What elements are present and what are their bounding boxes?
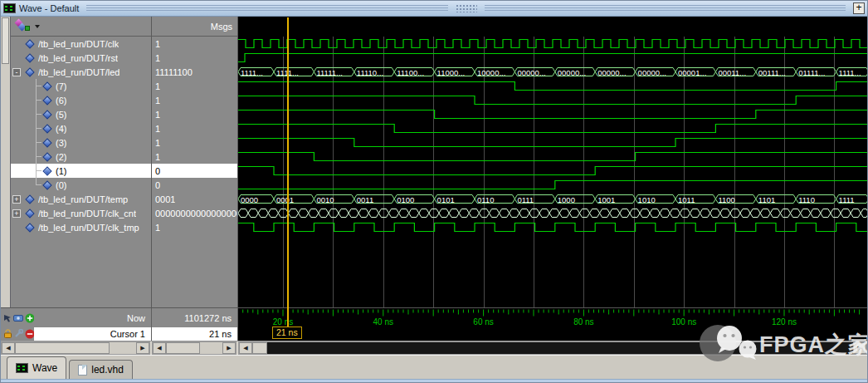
signal-values-panel: Msgs 11111111001111110000010000000000000… (152, 17, 238, 307)
timeline-ruler[interactable]: 20 ns40 ns60 ns80 ns100 ns120 ns (238, 308, 867, 327)
signal-value: 1 (155, 96, 160, 106)
signal-name: (2) (56, 152, 66, 162)
cursor-time-label[interactable]: 21 ns (272, 327, 302, 339)
edit-mode-icon[interactable] (3, 313, 12, 322)
scroll-right-icon[interactable]: ▶ (222, 342, 236, 354)
tree-hscrollbar[interactable]: ◀ ▶ (1, 341, 150, 355)
scrollbar-thumb[interactable] (2, 17, 9, 64)
signal-value-row-3[interactable]: 1 (152, 79, 237, 93)
tab-wave[interactable]: Wave (7, 356, 66, 379)
signal-value-row-5[interactable]: 1 (152, 107, 237, 121)
waveform-row-0[interactable] (238, 37, 867, 51)
signal-row-13[interactable]: /tb_led_run/DUT/clk_tmp (11, 220, 151, 234)
wrench-icon[interactable] (13, 329, 22, 339)
signal-row-8[interactable]: (2) (11, 150, 151, 164)
waveform-row-4[interactable] (238, 93, 867, 107)
titlebar-grip[interactable] (456, 4, 477, 12)
signal-name: /tb_led_run/DUT/led (38, 67, 119, 77)
waveform-panel[interactable]: 1111...1111...11111...11110...11100...11… (238, 17, 867, 307)
svg-text:00000...: 00000... (597, 68, 626, 77)
signal-row-0[interactable]: /tb_led_run/DUT/clk (11, 37, 151, 51)
scrollbar-thumb[interactable] (252, 342, 267, 354)
svg-text:00000...: 00000... (558, 68, 586, 77)
signal-value-row-7[interactable]: 1 (152, 135, 237, 150)
waveform-row-1[interactable] (238, 51, 867, 65)
signal-value-row-9[interactable]: 0 (152, 164, 237, 178)
titlebar[interactable]: Wave - Default + (1, 1, 867, 17)
waveform-row-8[interactable] (238, 150, 867, 164)
chevron-down-icon[interactable] (35, 25, 40, 28)
signal-name: (5) (56, 110, 66, 120)
tree-branch (31, 107, 42, 121)
waveform-row-9[interactable] (238, 164, 867, 178)
titlebar-lines (485, 5, 846, 12)
signal-group-icon[interactable] (14, 19, 32, 33)
tree-vertical-scrollbar[interactable] (1, 17, 11, 307)
signal-row-12[interactable]: +/tb_led_run/DUT/clk_cnt (11, 206, 151, 220)
scrollbar-thumb[interactable] (166, 342, 200, 354)
signal-diamond-icon (42, 180, 51, 189)
svg-text:60 ns: 60 ns (473, 317, 493, 327)
svg-text:1100: 1100 (718, 195, 734, 204)
tab-led-vhd[interactable]: led.vhd (69, 360, 133, 379)
snapshot-icon[interactable] (13, 314, 22, 322)
delete-cursor-icon[interactable] (25, 329, 34, 339)
signal-value-row-2[interactable]: 11111100 (152, 65, 237, 79)
timeline-cursor[interactable] (287, 17, 289, 328)
wave-hscrollbar[interactable]: ◀ ▶ (238, 341, 867, 355)
cursor-track[interactable] (238, 327, 867, 341)
waveform-row-3[interactable] (238, 79, 867, 93)
signal-row-3[interactable]: (7) (11, 79, 151, 93)
scroll-left-icon[interactable]: ◀ (239, 342, 252, 354)
scroll-right-icon[interactable]: ▶ (136, 342, 149, 354)
waveform-row-2[interactable]: 1111...1111...11111...11110...11100...11… (238, 65, 867, 79)
waveform-row-13[interactable] (238, 220, 867, 234)
signal-value-row-10[interactable]: 0 (152, 178, 237, 192)
scroll-right-icon[interactable]: ▶ (853, 342, 866, 354)
waveform-row-11[interactable]: 0000000100100011010001010110011110001001… (238, 192, 867, 206)
waveform-row-12[interactable] (238, 206, 867, 220)
waveform-row-10[interactable] (238, 178, 867, 192)
signal-row-7[interactable]: (3) (11, 135, 151, 150)
signal-row-11[interactable]: +/tb_led_run/DUT/temp (11, 192, 151, 206)
waveform-row-6[interactable] (238, 121, 867, 135)
signal-value-row-6[interactable]: 1 (152, 121, 237, 135)
waveform-row-7[interactable] (238, 135, 867, 150)
waveform-row-5[interactable] (238, 107, 867, 121)
expander-expand-icon[interactable]: + (12, 209, 21, 218)
waveform-canvas[interactable]: 1111...1111...11111...11110...11100...11… (238, 37, 867, 307)
signal-value: 11111100 (155, 67, 193, 77)
values-hscrollbar[interactable]: ◀ ▶ (152, 341, 237, 355)
dock-button[interactable]: + (853, 2, 865, 14)
cursor-name[interactable]: Cursor 1 (34, 327, 152, 341)
scroll-left-icon[interactable]: ◀ (153, 342, 166, 354)
tree-header (11, 17, 151, 37)
signal-value-row-0[interactable]: 1 (152, 37, 237, 51)
signal-row-10[interactable]: (0) (11, 178, 151, 192)
signal-value: 1 (155, 39, 160, 49)
cursor-value[interactable]: 21 ns (152, 327, 238, 341)
signal-value: 1 (155, 138, 160, 148)
insert-cursor-icon[interactable] (25, 313, 34, 323)
signal-value-row-11[interactable]: 0001 (152, 192, 237, 206)
signal-value-row-1[interactable]: 1 (152, 51, 237, 65)
signal-value-row-12[interactable]: 00000000000000000000 (152, 206, 237, 220)
signal-row-1[interactable]: /tb_led_run/DUT/rst (11, 51, 151, 65)
signal-row-2[interactable]: -/tb_led_run/DUT/led (11, 65, 151, 79)
svg-text:10000...: 10000... (477, 68, 505, 77)
lock-icon[interactable] (3, 329, 12, 339)
signal-row-6[interactable]: (4) (11, 121, 151, 135)
signal-diamond-icon (42, 110, 51, 119)
signal-row-9[interactable]: (1) (11, 164, 151, 178)
signal-value-row-4[interactable]: 1 (152, 93, 237, 107)
signal-value-row-13[interactable]: 1 (152, 220, 237, 234)
expander-collapse-icon[interactable]: - (12, 68, 21, 76)
signal-row-4[interactable]: (6) (11, 93, 151, 107)
signal-value-row-8[interactable]: 1 (152, 150, 237, 164)
scroll-left-icon[interactable]: ◀ (2, 342, 15, 354)
timeline-ruler-svg: 20 ns40 ns60 ns80 ns100 ns120 ns (238, 308, 867, 327)
expander-expand-icon[interactable]: + (12, 195, 21, 204)
scrollbar-thumb[interactable] (15, 342, 110, 354)
signal-row-5[interactable]: (5) (11, 107, 151, 121)
signal-value: 0001 (155, 194, 175, 204)
